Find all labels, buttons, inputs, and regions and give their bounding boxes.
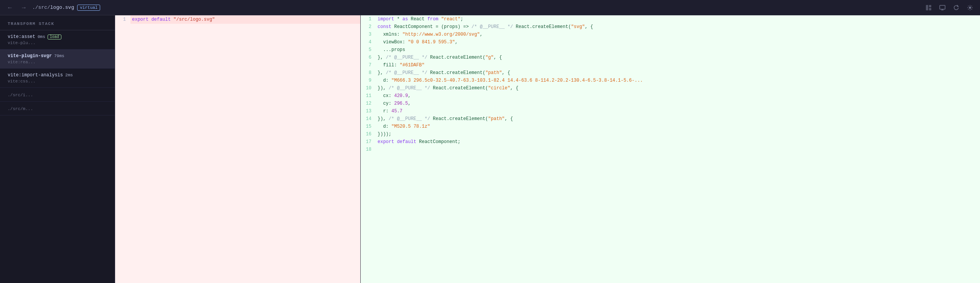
output-line-6: 6 }, /* @__PURE__ */ React.createElement…	[361, 54, 980, 61]
sun-icon-button[interactable]	[965, 3, 975, 12]
output-line-2: 2 const ReactComponent = (props) => /* @…	[361, 23, 980, 31]
sidebar-item-label: vite:asset	[8, 34, 35, 39]
sidebar-item-label: vite-plugin-svgr	[8, 53, 52, 59]
sidebar-item-time: 2ms	[65, 73, 73, 77]
output-line-15: 15 d: "M520.5 78.1z"	[361, 123, 980, 130]
sidebar-item-sub: vite:css...	[8, 79, 107, 84]
output-line-7: 7 fill: "#61DAFB"	[361, 61, 980, 69]
filepath-prefix: ./src/	[32, 5, 50, 10]
svg-line-11	[968, 6, 969, 7]
output-line-1: 1 import * as React from "react";	[361, 15, 980, 23]
output-line-9: 9 d: "M666.3 296.5c0-32.5-40.7-63.3-103.…	[361, 77, 980, 84]
svg-line-13	[972, 6, 972, 7]
output-line-3: 3 xmlns: "http://www.w3.org/2000/svg",	[361, 31, 980, 38]
sidebar-item-sub: ./src/i...	[8, 93, 107, 97]
load-badge: load	[48, 35, 61, 39]
line-num-1: 1	[115, 15, 130, 24]
source-line-1: 1 export default "/src/logo.svg"	[115, 15, 360, 24]
output-line-5: 5 ...props	[361, 46, 980, 54]
sidebar-items: vite:asset 0ms load vite-plu... vite-plu…	[0, 30, 115, 283]
svg-rect-1	[929, 5, 931, 7]
output-line-14: 14 }), /* @__PURE__ */ React.createEleme…	[361, 115, 980, 123]
main-content: TRANSFORM STACK vite:asset 0ms load vite…	[0, 15, 980, 283]
sidebar-header: TRANSFORM STACK	[0, 15, 115, 30]
layout-icon-button[interactable]	[923, 3, 934, 12]
sidebar-item-vite-asset[interactable]: vite:asset 0ms load vite-plu...	[0, 30, 115, 49]
svg-point-6	[969, 7, 971, 9]
top-bar-left: ← → ./src/logo.svg virtual	[5, 3, 923, 13]
output-line-8: 8 }, /* @__PURE__ */ React.createElement…	[361, 69, 980, 77]
output-panel-content[interactable]: 1 import * as React from "react"; 2 cons…	[361, 15, 980, 283]
output-line-12: 12 cy: 296.5,	[361, 100, 980, 107]
sidebar: TRANSFORM STACK vite:asset 0ms load vite…	[0, 15, 115, 283]
sun-icon	[967, 5, 973, 11]
sidebar-item-4[interactable]: ./src/i...	[0, 88, 115, 102]
output-line-10: 10 }), /* @__PURE__ */ React.createEleme…	[361, 84, 980, 92]
sidebar-item-time: 0ms	[38, 35, 45, 39]
sidebar-item-svgr[interactable]: vite-plugin-svgr 79ms vite:rea...	[0, 49, 115, 69]
virtual-badge: virtual	[77, 5, 100, 11]
layout-icon	[926, 5, 932, 11]
line-content-1: export default "/src/logo.svg"	[130, 15, 215, 24]
sidebar-item-5[interactable]: ./src/m...	[0, 102, 115, 115]
monitor-icon-button[interactable]	[937, 3, 948, 12]
svg-line-14	[968, 9, 969, 10]
filepath: ./src/logo.svg	[32, 5, 74, 10]
source-panel-content[interactable]: 1 export default "/src/logo.svg"	[115, 15, 360, 283]
output-line-18: 18	[361, 146, 980, 153]
back-button[interactable]: ←	[5, 3, 15, 13]
refresh-icon	[953, 5, 959, 11]
top-bar-right	[923, 3, 975, 12]
svg-rect-3	[940, 5, 945, 9]
output-line-11: 11 cx: 420.9,	[361, 92, 980, 100]
filename: logo.svg	[50, 5, 74, 10]
svg-rect-0	[926, 5, 928, 10]
output-line-4: 4 viewBox: "0 0 841.9 595.3",	[361, 38, 980, 46]
refresh-icon-button[interactable]	[951, 3, 962, 12]
output-line-13: 13 r: 45.7	[361, 107, 980, 115]
sidebar-item-time: 79ms	[54, 54, 64, 58]
output-panel: 1 import * as React from "react"; 2 cons…	[361, 15, 980, 283]
sidebar-item-import-analysis[interactable]: vite:import-analysis 2ms vite:css...	[0, 69, 115, 88]
svg-line-12	[972, 9, 972, 10]
svg-rect-2	[929, 8, 931, 10]
sidebar-item-label: vite:import-analysis	[8, 72, 63, 78]
top-bar: ← → ./src/logo.svg virtual	[0, 0, 980, 15]
sidebar-item-sub: vite:rea...	[8, 60, 107, 64]
output-line-16: 16 })));	[361, 130, 980, 138]
monitor-icon	[939, 5, 945, 11]
source-panel: 1 export default "/src/logo.svg"	[115, 15, 361, 283]
forward-button[interactable]: →	[18, 3, 29, 13]
sidebar-item-sub: ./src/m...	[8, 107, 107, 111]
output-line-17: 17 export default ReactComponent;	[361, 138, 980, 146]
sidebar-item-sub: vite-plu...	[8, 41, 107, 45]
